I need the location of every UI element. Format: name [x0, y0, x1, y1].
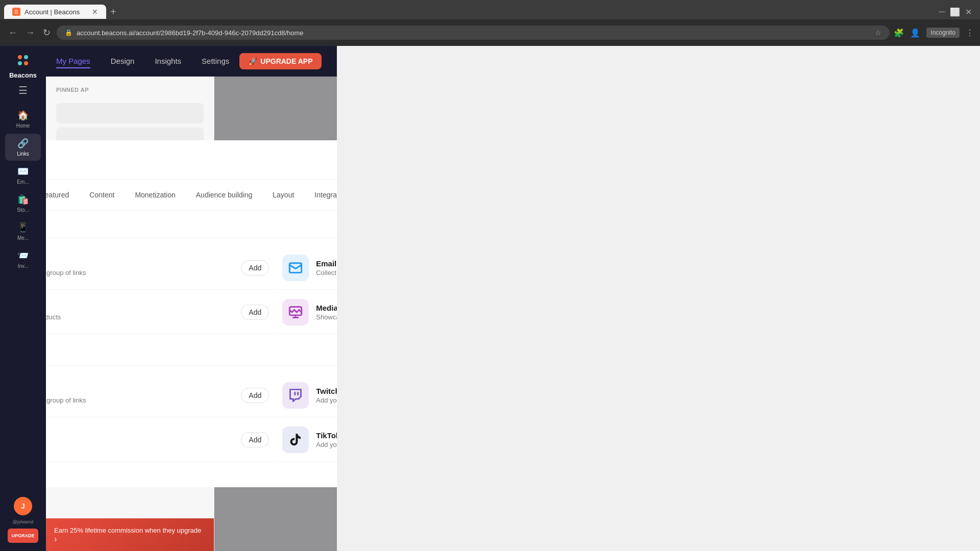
upgrade-btn-label: UPGRADE APP	[260, 57, 312, 65]
main-content-area: Add a block × All categories Featured Co…	[214, 77, 337, 551]
sidebar-item-email[interactable]: ✉️ Em...	[5, 162, 41, 189]
mediakit-block-icon	[282, 299, 309, 325]
hamburger-menu[interactable]: ☰	[18, 84, 28, 96]
block-item-twitter-content: Twitter Add a tweet Add	[46, 418, 275, 462]
avatar[interactable]: J	[14, 497, 32, 515]
block-item-mediakit-featured: Media Kit Showcase your engagement with …	[276, 291, 337, 334]
content-section: Content See all >	[46, 350, 337, 462]
pinned-section: PINNED AP	[46, 77, 214, 98]
forward-button[interactable]: →	[23, 26, 37, 40]
window-minimize[interactable]: ─	[939, 7, 945, 16]
block-item-links-content: Links Add a link or group of links Add	[46, 374, 275, 417]
profile-icon[interactable]: 👤	[910, 28, 920, 38]
tab-favicon: B	[12, 8, 20, 16]
links-content-block-name: Links	[46, 387, 234, 395]
address-bar[interactable]: 🔒 account.beacons.ai/account/2986bd19-2f…	[57, 26, 890, 40]
block-item-store-featured: Store Sell your products Add	[46, 291, 275, 334]
tab-monetization[interactable]: Monetization	[126, 187, 184, 203]
upgrade-banner[interactable]: Earn 25% lifetime commission when they u…	[46, 518, 214, 551]
featured-blocks-grid: Links Add a link or group of links Add	[46, 246, 337, 334]
twitch-block-info: Twitch Add your Twitch videos	[316, 387, 337, 404]
email-icon: ✉️	[17, 166, 29, 177]
sidebar-bottom: J @jsheend UPGRADE	[8, 497, 38, 551]
store-add-button-featured[interactable]: Add	[241, 305, 269, 320]
block-item-email-featured: Email & SMS Collect emails and phone num…	[276, 246, 337, 290]
nav-insights[interactable]: Insights	[155, 55, 181, 68]
store-block-desc: Sell your products	[46, 313, 234, 321]
sidebar-item-store[interactable]: 🛍️ Sto...	[5, 190, 41, 217]
sidebar-item-invites-label: Inv...	[18, 263, 29, 269]
content-blocks-grid: Links Add a link or group of links Add	[46, 374, 337, 462]
links-block-info: Links Add a link or group of links	[46, 259, 234, 277]
links-content-block-info: Links Add a link or group of links	[46, 387, 234, 404]
tiktok-block-icon	[282, 427, 309, 453]
links-content-block-desc: Add a link or group of links	[46, 396, 234, 404]
logo-dot-4	[24, 61, 28, 65]
reload-button[interactable]: ↻	[41, 25, 53, 40]
window-close[interactable]: ✕	[965, 7, 972, 17]
tab-integrations[interactable]: Integrations	[305, 187, 337, 203]
content-section-header: Content See all >	[46, 350, 337, 366]
sidebar-item-email-label: Em...	[17, 179, 29, 185]
nav-design[interactable]: Design	[111, 55, 135, 68]
nav-settings[interactable]: Settings	[202, 55, 229, 68]
modal-body[interactable]: Featured See all >	[46, 211, 337, 487]
app-container: Beacons ☰ 🏠 Home 🔗 Links ✉️ Em... 🛍️ Sto…	[0, 46, 980, 551]
back-button[interactable]: ←	[6, 26, 19, 40]
add-block-modal: Add a block × All categories Featured Co…	[46, 140, 337, 487]
twitter-block-info: Twitter Add a tweet	[46, 431, 234, 448]
invites-icon: 📨	[17, 250, 29, 261]
menu-icon[interactable]: ⋮	[966, 28, 974, 38]
bookmark-icon[interactable]: ☆	[875, 29, 881, 37]
browser-tab[interactable]: B Account | Beacons ✕	[4, 5, 106, 19]
twitch-block-name: Twitch	[316, 387, 337, 395]
browser-chrome: B Account | Beacons ✕ + ─ ⬜ ✕ ← → ↻ 🔒 ac…	[0, 0, 980, 46]
media-icon: 📱	[17, 222, 29, 233]
links-add-button-featured[interactable]: Add	[241, 260, 269, 276]
incognito-badge: Incognito	[926, 28, 960, 38]
store-icon: 🛍️	[17, 194, 29, 205]
upgrade-app-button[interactable]: 🚀 UPGRADE APP	[239, 53, 322, 69]
tab-layout[interactable]: Layout	[263, 187, 303, 203]
user-handle: @jsheend	[13, 519, 34, 524]
sidebar-item-home-label: Home	[16, 123, 30, 129]
links-add-button-content[interactable]: Add	[241, 388, 269, 403]
sidebar-item-links[interactable]: 🔗 Links	[5, 134, 41, 161]
upgrade-mini-btn[interactable]: UPGRADE	[8, 529, 38, 543]
twitter-add-button-content[interactable]: Add	[241, 432, 269, 447]
twitter-block-name: Twitter	[46, 431, 234, 440]
sidebar-item-invites[interactable]: 📨 Inv...	[5, 246, 41, 273]
links-block-desc: Add a link or group of links	[46, 269, 234, 277]
mediakit-block-name: Media Kit	[316, 304, 337, 312]
links-icon: 🔗	[17, 138, 29, 149]
sidebar-item-media[interactable]: 📱 Me...	[5, 218, 41, 245]
tab-content[interactable]: Content	[80, 187, 124, 203]
tab-close-button[interactable]: ✕	[92, 8, 98, 16]
top-nav: My Pages Design Insights Settings 🚀 UPGR…	[46, 46, 337, 77]
email-block-info: Email & SMS Collect emails and phone num…	[316, 259, 337, 277]
email-block-desc: Collect emails and phone numbers	[316, 269, 337, 277]
logo-dot-2	[24, 55, 28, 59]
logo-dot-3	[18, 61, 22, 65]
lock-icon: 🔒	[65, 29, 72, 36]
new-tab-button[interactable]: +	[106, 6, 120, 18]
sidebar-item-home[interactable]: 🏠 Home	[5, 106, 41, 133]
nav-my-pages[interactable]: My Pages	[56, 55, 90, 68]
app-sidebar: Beacons ☰ 🏠 Home 🔗 Links ✉️ Em... 🛍️ Sto…	[0, 46, 46, 551]
twitch-block-icon	[282, 382, 309, 409]
email-block-icon	[282, 255, 309, 281]
sidebar-item-store-label: Sto...	[17, 207, 29, 213]
url-text: account.beacons.ai/account/2986bd19-2f7b…	[77, 29, 304, 37]
twitch-block-desc: Add your Twitch videos	[316, 396, 337, 404]
browser-toolbar: ← → ↻ 🔒 account.beacons.ai/account/2986b…	[0, 19, 980, 46]
mediakit-block-desc: Showcase your engagement with real time …	[316, 313, 337, 321]
browser-tab-bar: B Account | Beacons ✕ + ─ ⬜ ✕	[0, 0, 980, 19]
logo[interactable]: Beacons	[9, 51, 37, 79]
tab-featured[interactable]: Featured	[46, 187, 78, 203]
window-maximize[interactable]: ⬜	[950, 7, 960, 17]
extensions-icon[interactable]: 🧩	[894, 28, 904, 38]
tab-audience-building[interactable]: Audience building	[187, 187, 262, 203]
upgrade-banner-arrow: ›	[54, 535, 57, 543]
browser-action-buttons: 🧩 👤 Incognito ⋮	[894, 28, 974, 38]
logo-dot-1	[18, 55, 22, 59]
